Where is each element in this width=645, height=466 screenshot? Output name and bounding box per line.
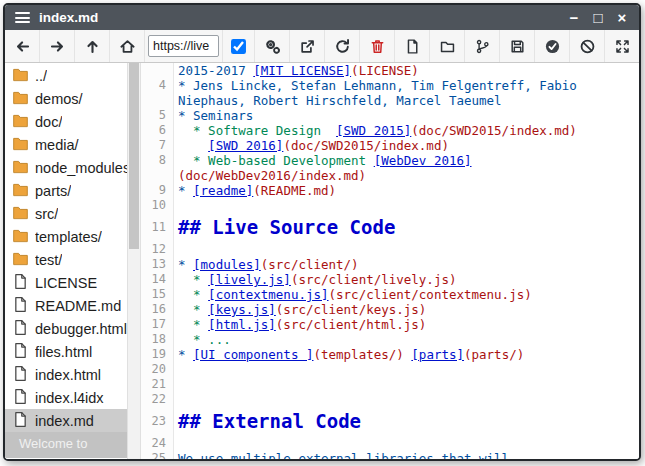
markdown-link[interactable]: [contextmenu.js]	[208, 287, 328, 302]
forward-button[interactable]	[40, 30, 74, 62]
sidebar-item-files.html[interactable]: files.html	[5, 340, 127, 363]
sidebar-item-src[interactable]: src/	[5, 202, 127, 225]
new-file-button[interactable]	[395, 30, 429, 62]
markdown-link[interactable]: [lively.js]	[208, 272, 291, 287]
code-text[interactable]: 2015-2017 [MIT LICENSE](LICENSE)	[174, 63, 639, 78]
fullscreen-button[interactable]	[605, 30, 639, 62]
sidebar-item-index.l4idx[interactable]: index.l4idx	[5, 386, 127, 409]
code-text[interactable]: * [readme](README.md)	[174, 183, 639, 198]
cancel-button[interactable]	[570, 30, 604, 62]
list-text: *	[178, 183, 193, 198]
delete-button[interactable]	[360, 30, 394, 62]
markdown-url: (README.md)	[253, 183, 336, 198]
expand-icon	[614, 38, 631, 55]
code-text[interactable]	[174, 377, 639, 392]
markdown-link[interactable]: [parts]	[411, 347, 464, 362]
sidebar-item-media[interactable]: media/	[5, 133, 127, 156]
folder-icon	[439, 38, 456, 55]
code-text[interactable]	[174, 198, 639, 213]
code-text[interactable]	[174, 392, 639, 407]
maximize-button[interactable]: □	[586, 5, 610, 30]
save-button[interactable]	[500, 30, 534, 62]
code-text[interactable]: ## Live Source Code	[174, 213, 639, 242]
code-text[interactable]: * Software Design [SWD 2015](doc/SWD2015…	[174, 123, 639, 138]
code-text[interactable]: * Jens Lincke, Stefan Lehmann, Tim Felge…	[174, 78, 639, 93]
markdown-link[interactable]: [SWD 2016]	[208, 138, 283, 153]
markdown-url: (src/client/lively.js)	[291, 272, 457, 287]
code-text[interactable]: We use multiple external libraries that …	[174, 451, 639, 459]
reload-button[interactable]	[325, 30, 359, 62]
markdown-link[interactable]: [html.js]	[208, 317, 276, 332]
list-text: *	[178, 302, 208, 317]
accept-button[interactable]	[535, 30, 569, 62]
sidebar-item-doc[interactable]: doc/	[5, 110, 127, 133]
markdown-link[interactable]: [readme]	[193, 183, 253, 198]
sidebar-scrollbar[interactable]	[127, 63, 141, 459]
code-text[interactable]	[174, 436, 639, 451]
home-button-cell	[110, 30, 145, 62]
open-external-button[interactable]	[290, 30, 324, 62]
branch-icon	[474, 38, 491, 55]
open-folder-button[interactable]	[430, 30, 464, 62]
reload-button-cell	[325, 30, 360, 62]
menu-icon[interactable]	[15, 12, 30, 23]
code-text[interactable]: ## External Code	[174, 407, 639, 436]
code-text[interactable]: * ...	[174, 332, 639, 347]
code-text[interactable]: Niephaus, Robert Hirschfeld, Marcel Taeu…	[174, 93, 639, 108]
file-icon	[12, 411, 29, 428]
version-control-button[interactable]	[465, 30, 499, 62]
block-icon	[579, 38, 596, 55]
url-input[interactable]	[148, 35, 219, 57]
sidebar-item-index.html[interactable]: index.html	[5, 363, 127, 386]
file-icon	[12, 388, 29, 408]
code-text[interactable]	[174, 362, 639, 377]
code-text[interactable]: * [modules](src/client/)	[174, 257, 639, 272]
back-button[interactable]	[5, 30, 39, 62]
code-text[interactable]: [SWD 2016](doc/SWD2015/index.md)	[174, 138, 639, 153]
settings-button[interactable]	[255, 30, 289, 62]
code-text[interactable]: * Seminars	[174, 108, 639, 123]
sidebar-item-demos[interactable]: demos/	[5, 87, 127, 110]
line-number: 18	[141, 332, 174, 347]
markdown-url: (templates/)	[313, 347, 403, 362]
sidebar-item-label: README.md	[35, 298, 121, 314]
editor-line: 7 [SWD 2016](doc/SWD2015/index.md)	[141, 138, 639, 153]
sidebar-item-readme.md[interactable]: README.md	[5, 294, 127, 317]
markdown-editor[interactable]: 2015-2017 [MIT LICENSE](LICENSE)4* Jens …	[141, 63, 639, 459]
cancel-button-cell	[570, 30, 605, 62]
markdown-link[interactable]: [WebDev 2016]	[374, 153, 472, 168]
sidebar-item-node-modules[interactable]: node_modules/	[5, 156, 127, 179]
forward-button-cell	[40, 30, 75, 62]
sidebar-item-license[interactable]: LICENSE	[5, 271, 127, 294]
sidebar-item-parts[interactable]: parts/	[5, 179, 127, 202]
markdown-link[interactable]: [modules]	[193, 257, 261, 272]
settings-button-cell	[255, 30, 290, 62]
markdown-link[interactable]: [MIT LICENSE]	[253, 63, 351, 78]
scrollbar-thumb[interactable]	[129, 63, 139, 249]
code-text[interactable]: * Web-based Development [WebDev 2016]	[174, 153, 639, 168]
sidebar-item-test[interactable]: test/	[5, 248, 127, 271]
list-text: 2015-2017	[178, 63, 253, 78]
url-checkbox[interactable]	[231, 39, 246, 54]
code-text[interactable]: * [html.js](src/client/html.js)	[174, 317, 639, 332]
code-text[interactable]: (doc/WebDev2016/index.md)	[174, 168, 639, 183]
markdown-link[interactable]: [UI components ]	[193, 347, 313, 362]
sidebar-item-..[interactable]: ../	[5, 64, 127, 87]
home-button[interactable]	[110, 30, 144, 62]
markdown-link[interactable]: [keys.js]	[208, 302, 276, 317]
minimize-button[interactable]: −	[562, 5, 586, 30]
code-text[interactable]: * [lively.js](src/client/lively.js)	[174, 272, 639, 287]
code-text[interactable]: * [UI components ](templates/) [parts](p…	[174, 347, 639, 362]
code-text[interactable]: * [contextmenu.js](src/client/contextmen…	[174, 287, 639, 302]
sidebar-item-debugger.html[interactable]: debugger.html	[5, 317, 127, 340]
line-number: 17	[141, 317, 174, 332]
close-button[interactable]: ×	[610, 5, 634, 30]
sidebar-item-templates[interactable]: templates/	[5, 225, 127, 248]
folder-icon	[12, 66, 29, 86]
sidebar-item-index.md[interactable]: index.md	[5, 409, 127, 432]
code-text[interactable]	[174, 242, 639, 257]
up-button[interactable]	[75, 30, 109, 62]
file-icon	[12, 342, 29, 362]
code-text[interactable]: * [keys.js](src/client/keys.js)	[174, 302, 639, 317]
markdown-link[interactable]: [SWD 2015]	[336, 123, 411, 138]
